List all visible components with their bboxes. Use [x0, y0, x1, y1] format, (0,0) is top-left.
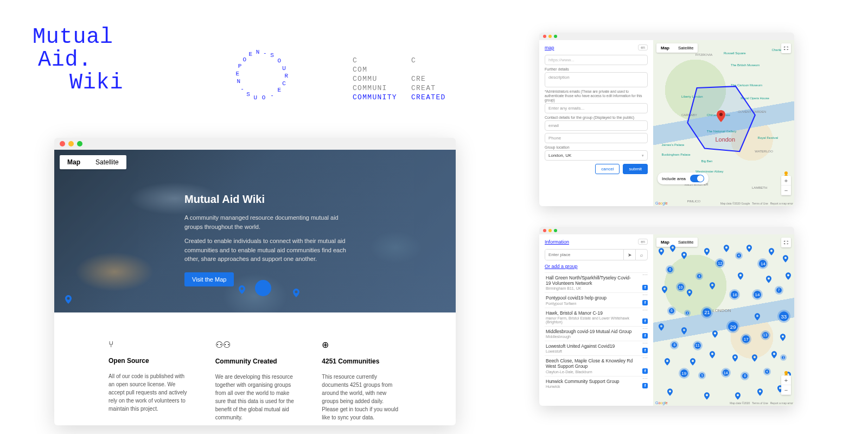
map-pin-icon[interactable]: [710, 351, 715, 359]
zoom-in-button[interactable]: +: [781, 375, 791, 385]
maximize-dot[interactable]: [77, 141, 82, 146]
cluster-marker[interactable]: 3: [695, 272, 703, 280]
more-icon[interactable]: ⋯: [642, 357, 648, 359]
map-pin-icon[interactable]: [662, 286, 667, 293]
cluster-marker[interactable]: 21: [701, 307, 713, 318]
map-pin-icon[interactable]: [659, 323, 664, 331]
cluster-marker[interactable]: 6: [666, 265, 674, 274]
map-pin-icon[interactable]: [687, 289, 692, 297]
map-pin-icon[interactable]: [752, 354, 757, 362]
zoom-in-button[interactable]: +: [781, 176, 791, 186]
facebook-icon[interactable]: f: [642, 333, 648, 339]
map-pin-icon[interactable]: [766, 276, 771, 283]
cluster-marker[interactable]: 2: [684, 310, 691, 316]
cluster-marker[interactable]: 19: [679, 368, 690, 379]
map-pane-top[interactable]: FITZROVIAThe British MuseumThe Cartoon M…: [653, 40, 794, 206]
group-list-item[interactable]: Hunwick Community Support Group Hunwick …: [545, 376, 648, 391]
map-pane-bottom[interactable]: Map Satellite ⛶ 106312414622116147811291…: [653, 234, 794, 406]
include-area-toggle[interactable]: Include area: [658, 173, 709, 184]
close-dot[interactable]: [543, 229, 546, 232]
cluster-marker[interactable]: 10: [676, 282, 686, 292]
map-pin-icon[interactable]: [704, 248, 710, 256]
more-icon[interactable]: ⋯: [642, 309, 648, 311]
cluster-marker[interactable]: 14: [752, 289, 763, 300]
facebook-icon[interactable]: f: [642, 368, 648, 374]
minimize-dot[interactable]: [548, 229, 552, 232]
phone-input[interactable]: Phone: [545, 133, 648, 143]
location-select[interactable]: London, UK ▾: [545, 150, 648, 161]
group-list-item[interactable]: Middlesbrough covid-19 Mutual Aid Group …: [545, 326, 648, 341]
cancel-button[interactable]: cancel: [595, 164, 620, 174]
satellite-tab[interactable]: Satellite: [674, 43, 698, 53]
map-pin-icon[interactable]: [724, 245, 729, 252]
cluster-marker[interactable]: 4: [763, 368, 771, 375]
map-pin-icon[interactable]: [769, 248, 774, 256]
toggle-switch[interactable]: [690, 175, 704, 182]
admin-emails-input[interactable]: Enter any emails...: [545, 103, 648, 113]
facebook-icon[interactable]: f: [642, 300, 648, 305]
map-pin-icon[interactable]: [712, 330, 718, 338]
submit-button[interactable]: submit: [623, 164, 648, 174]
visit-map-button[interactable]: Visit the Map: [184, 272, 234, 286]
map-pin-icon[interactable]: [681, 327, 687, 335]
locate-icon[interactable]: ➤: [623, 250, 635, 260]
minimize-dot[interactable]: [548, 35, 552, 38]
group-list-item[interactable]: Pontypool covid19 help group Pontypool T…: [545, 292, 648, 307]
cluster-marker[interactable]: 5: [698, 372, 706, 379]
map-pin-icon[interactable]: [690, 358, 695, 366]
close-dot[interactable]: [543, 35, 546, 38]
information-tab-link[interactable]: Information: [545, 239, 569, 245]
map-tab[interactable]: Map: [60, 155, 88, 169]
location-pin-icon[interactable]: [717, 110, 725, 122]
map-pin-icon[interactable]: [670, 245, 675, 252]
map-pin-icon[interactable]: [738, 272, 743, 280]
fullscreen-icon[interactable]: ⛶: [781, 43, 791, 53]
group-list-item[interactable]: Lowestoft United Against Covid19 Lowesto…: [545, 341, 648, 355]
more-icon[interactable]: ⋯: [642, 328, 648, 329]
cluster-marker[interactable]: 11: [693, 341, 703, 350]
cluster-marker[interactable]: 33: [777, 310, 790, 323]
map-pin-icon[interactable]: [746, 245, 752, 252]
map-pin-icon[interactable]: [780, 334, 786, 341]
map-pin-icon[interactable]: [681, 252, 687, 259]
cluster-marker[interactable]: 4: [735, 252, 743, 259]
map-tab-link[interactable]: map: [545, 45, 554, 50]
cluster-marker[interactable]: 6: [741, 372, 749, 380]
more-icon[interactable]: ⋯: [642, 378, 648, 379]
cluster-marker[interactable]: 14: [757, 258, 768, 269]
group-list-item[interactable]: Hawk, Bristol & Manor C-19 manor Farm, B…: [545, 308, 648, 326]
facebook-icon[interactable]: f: [642, 285, 648, 290]
description-textarea[interactable]: description: [545, 72, 648, 87]
map-pin-icon[interactable]: [710, 282, 715, 290]
cluster-marker[interactable]: 8: [670, 341, 679, 349]
map-pin-icon[interactable]: [659, 248, 664, 256]
lang-selector[interactable]: en: [638, 239, 648, 245]
more-icon[interactable]: ⋯: [642, 342, 648, 344]
email-input[interactable]: email: [545, 120, 648, 131]
map-pin-icon[interactable]: [667, 388, 673, 396]
maximize-dot[interactable]: [554, 35, 557, 38]
map-pin-icon[interactable]: [665, 358, 670, 366]
map-pin-icon[interactable]: [735, 392, 741, 400]
cluster-marker[interactable]: 14: [721, 368, 731, 378]
zoom-out-button[interactable]: −: [781, 385, 791, 395]
more-icon[interactable]: ⋯: [642, 294, 648, 296]
maximize-dot[interactable]: [554, 229, 557, 232]
map-pin-icon[interactable]: [757, 388, 763, 396]
cluster-marker[interactable]: 29: [726, 320, 739, 333]
map-tab[interactable]: Map: [656, 43, 674, 53]
add-group-link[interactable]: Or add a group: [545, 264, 578, 269]
map-pin-icon[interactable]: [732, 354, 738, 362]
lang-selector[interactable]: en: [638, 44, 648, 50]
cluster-marker[interactable]: 7: [775, 286, 783, 295]
cluster-marker[interactable]: 12: [715, 258, 725, 268]
group-list-item[interactable]: Hall Green North/Sparkhill/Tyseley Covid…: [545, 272, 648, 292]
url-input[interactable]: https://www...: [545, 55, 648, 65]
search-icon[interactable]: ⌕: [635, 250, 647, 260]
cluster-marker[interactable]: 13: [761, 330, 770, 340]
place-search-input[interactable]: [545, 250, 623, 260]
cluster-marker[interactable]: 6: [667, 307, 676, 315]
facebook-icon[interactable]: f: [642, 348, 648, 353]
cluster-marker[interactable]: 17: [741, 334, 751, 344]
group-list-item[interactable]: Beech Close, Maple Close & Knowsley Rd W…: [545, 355, 648, 375]
